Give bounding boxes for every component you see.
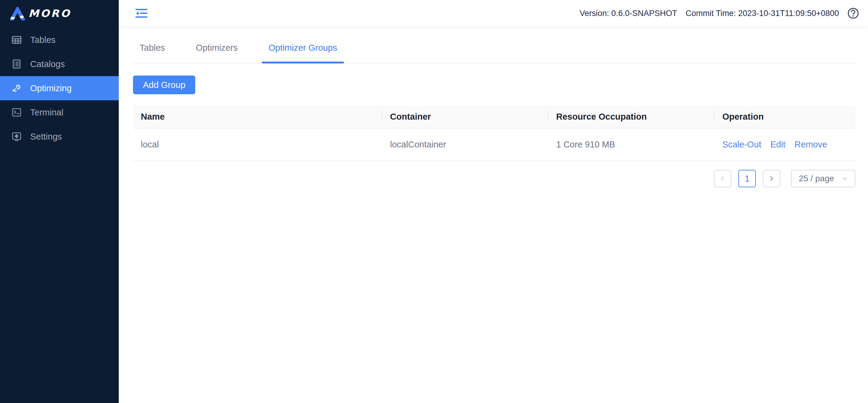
tab-tables[interactable]: Tables — [133, 36, 172, 63]
tab-label: Optimizers — [196, 43, 238, 53]
prev-page-button[interactable] — [714, 170, 732, 187]
version-label: Version: 0.6.0-SNAPSHOT — [580, 9, 677, 18]
catalog-icon — [11, 59, 22, 69]
cell-name: local — [133, 128, 382, 161]
remove-link[interactable]: Remove — [795, 140, 827, 149]
chevron-right-icon — [768, 175, 776, 182]
tab-label: Optimizer Groups — [268, 43, 337, 53]
commit-time-label: Commit Time: 2023-10-31T11:09:50+0800 — [685, 9, 839, 18]
optimizer-groups-table: Name Container Resource Occupation Opera… — [133, 105, 855, 161]
column-header-name: Name — [133, 105, 382, 128]
sidebar-item-label: Optimizing — [30, 83, 72, 93]
sidebar-item-catalogs[interactable]: Catalogs — [0, 52, 119, 76]
sidebar-item-label: Catalogs — [30, 59, 65, 69]
sidebar-item-tables[interactable]: Tables — [0, 28, 119, 52]
cell-operation: Scale-Out Edit Remove — [714, 128, 855, 161]
question-circle-icon — [847, 7, 860, 20]
sidebar-item-optimizing[interactable]: Optimizing — [0, 76, 119, 100]
sidebar-item-label: Terminal — [30, 107, 63, 117]
column-header-operation: Operation — [714, 105, 855, 128]
add-group-button[interactable]: Add Group — [133, 75, 195, 94]
table-icon — [11, 35, 22, 45]
chevron-left-icon — [719, 175, 726, 182]
chevron-down-icon — [841, 175, 849, 182]
optimizing-icon — [11, 83, 22, 93]
terminal-icon — [11, 107, 22, 117]
amoro-logo-icon — [9, 6, 26, 21]
page-size-select[interactable]: 25 / page — [791, 170, 855, 187]
page-number-button[interactable]: 1 — [738, 170, 756, 187]
menu-fold-icon — [134, 7, 148, 20]
table-row: local localContainer 1 Core 910 MB Scale… — [133, 128, 855, 161]
cell-resource-occupation: 1 Core 910 MB — [548, 128, 714, 161]
topbar: Version: 0.6.0-SNAPSHOT Commit Time: 202… — [119, 0, 868, 27]
edit-link[interactable]: Edit — [770, 140, 785, 149]
tabs-nav: Tables Optimizers Optimizer Groups — [133, 36, 855, 63]
sidebar-item-settings[interactable]: Settings — [0, 125, 119, 148]
menu-fold-button[interactable] — [134, 6, 148, 20]
scale-out-link[interactable]: Scale-Out — [722, 140, 761, 149]
help-button[interactable] — [847, 7, 860, 20]
toolbar: Add Group — [133, 75, 855, 94]
next-page-button[interactable] — [763, 170, 780, 187]
column-header-container: Container — [382, 105, 549, 128]
amoro-app-window: MORO Tables — [0, 0, 868, 403]
main-content: Tables Optimizers Optimizer Groups Add G… — [119, 27, 868, 403]
column-header-resource-occupation: Resource Occupation — [548, 105, 714, 128]
tab-optimizer-groups[interactable]: Optimizer Groups — [262, 36, 344, 63]
cell-container: localContainer — [382, 128, 549, 161]
sidebar-menu: Tables Catalogs — [0, 28, 119, 148]
sidebar-item-terminal[interactable]: Terminal — [0, 100, 119, 125]
tab-label: Tables — [140, 43, 165, 53]
amoro-logo-text: MORO — [28, 7, 71, 19]
version-info: Version: 0.6.0-SNAPSHOT Commit Time: 202… — [580, 9, 839, 18]
pagination: 1 25 / page — [133, 170, 855, 187]
amoro-logo[interactable]: MORO — [0, 0, 119, 27]
sidebar-item-label: Settings — [30, 132, 62, 142]
topbar-right: Version: 0.6.0-SNAPSHOT Commit Time: 202… — [580, 7, 860, 20]
settings-icon — [11, 131, 22, 142]
table-header-row: Name Container Resource Occupation Opera… — [133, 105, 855, 128]
sidebar-item-label: Tables — [30, 35, 56, 45]
page-size-value: 25 / page — [799, 174, 834, 183]
tab-optimizers[interactable]: Optimizers — [189, 36, 245, 63]
sidebar: MORO Tables — [0, 0, 119, 403]
